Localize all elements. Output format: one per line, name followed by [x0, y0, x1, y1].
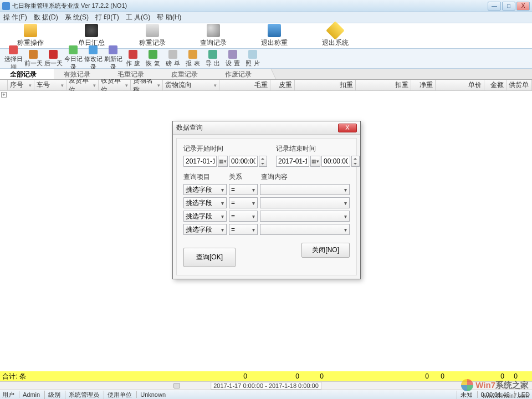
watermark-url: www.Winwin7.com: [483, 393, 529, 399]
tab-gross[interactable]: 毛重记录: [108, 69, 161, 79]
search-icon: [207, 24, 220, 37]
rel-select-4[interactable]: =: [229, 224, 258, 235]
col-13[interactable]: 供货单: [507, 80, 532, 90]
expand-all-icon[interactable]: +: [1, 92, 7, 98]
col-expand[interactable]: [0, 80, 8, 90]
col-1[interactable]: 车号▾: [34, 80, 66, 90]
rel-select-1[interactable]: =: [229, 184, 258, 195]
end-time-spinner[interactable]: [351, 156, 360, 167]
st-restore[interactable]: 恢 复: [143, 50, 163, 68]
rel-select-3[interactable]: =: [229, 211, 258, 222]
menu-operate[interactable]: 操 作(F): [3, 13, 27, 22]
col-12[interactable]: 金额: [484, 80, 507, 90]
menu-system[interactable]: 系 统(S): [65, 13, 89, 22]
st-report[interactable]: 报 表: [183, 50, 203, 68]
start-date-picker-icon[interactable]: ▦▾: [218, 156, 228, 167]
status-bar: 用户 Admin 级别 系统管理员 使用单位 Unknown 未知 0:00:0…: [0, 390, 532, 399]
rel-select-2[interactable]: =: [229, 197, 258, 208]
end-date-input[interactable]: [276, 156, 309, 167]
col-3[interactable]: 收货单位▾: [99, 80, 131, 90]
col-5[interactable]: 货物流向▾: [163, 80, 219, 90]
totals-label: 合计: 条: [2, 372, 27, 381]
edit-icon: [89, 45, 98, 54]
st-edit[interactable]: 修改记录: [83, 45, 103, 71]
content-select-2[interactable]: [260, 197, 350, 208]
windows-logo-icon: [461, 379, 473, 391]
menu-help[interactable]: 帮 助(H): [157, 13, 181, 22]
st-prevday[interactable]: 前一天: [23, 50, 43, 68]
col-10[interactable]: 净重: [411, 80, 436, 90]
close-no-button[interactable]: 关闭[NO]: [301, 243, 350, 258]
totals-row: 合计: 条 0 0 0 0 0 0 0: [0, 371, 532, 381]
dialog-close-button[interactable]: X: [338, 124, 357, 132]
tb-weigh[interactable]: 称重操作: [0, 24, 61, 48]
start-time-label: 记录开始时间: [183, 144, 267, 154]
col-4[interactable]: 货物名称▾: [131, 80, 163, 90]
tab-tare[interactable]: 皮重记录: [161, 69, 215, 79]
menu-print[interactable]: 打 印(T): [95, 13, 119, 22]
tb-exit-weigh[interactable]: 退出称重: [244, 24, 305, 48]
report-icon: [188, 50, 197, 59]
st-void[interactable]: 作 废: [123, 50, 143, 68]
prev-icon: [29, 50, 38, 59]
field-select-2[interactable]: 挑选字段: [183, 197, 227, 208]
field-select-4[interactable]: 挑选字段: [183, 224, 227, 235]
tab-all[interactable]: 全部记录: [0, 69, 54, 79]
field-select-3[interactable]: 挑选字段: [183, 211, 227, 222]
col-0[interactable]: 序号▾: [8, 80, 34, 90]
menu-tools[interactable]: 工 具(G): [126, 13, 151, 22]
menu-bar: 操 作(F) 数 据(D) 系 统(S) 打 印(T) 工 具(G) 帮 助(H…: [0, 12, 532, 23]
tb-records[interactable]: 称重记录: [122, 24, 183, 48]
close-button[interactable]: X: [516, 2, 530, 11]
qh-field: 查询项目: [183, 172, 229, 182]
disc-icon: [85, 24, 98, 37]
scroll-track[interactable]: 2017-1-17 0:00:00 - 2017-1-18 0:00:00: [0, 381, 532, 390]
maximize-button[interactable]: □: [502, 2, 515, 11]
content-select-3[interactable]: [260, 211, 350, 222]
minimize-button[interactable]: —: [488, 2, 501, 11]
grid-header: 序号▾车号▾发货单位▾收货单位▾货物名称▾货物流向▾毛重皮重扣重扣重净重单价金额…: [0, 80, 532, 91]
st-nextday[interactable]: 后一天: [43, 50, 63, 68]
window-controls: — □ X: [488, 2, 530, 11]
start-time-spinner[interactable]: [259, 156, 267, 167]
st-today[interactable]: 今日记录: [63, 45, 83, 71]
end-time-input[interactable]: [321, 156, 350, 167]
col-9[interactable]: 扣重: [356, 80, 411, 90]
scroll-thumb[interactable]: [173, 383, 180, 388]
start-date-input[interactable]: [183, 156, 217, 167]
st-pickdate[interactable]: 选择日期: [3, 45, 23, 71]
dialog-body: 记录开始时间 ▦▾ 记录结束时间 ▦▾ 查询项目 关系: [176, 138, 357, 275]
window-title: 七日称重管理系统专业版 Ver 17.2.2 (NO1): [12, 2, 488, 10]
col-11[interactable]: 单价: [436, 80, 484, 90]
tb-query[interactable]: 查询记录: [183, 24, 244, 48]
status-user: Admin: [19, 391, 40, 398]
tab-void[interactable]: 作废记录: [215, 69, 269, 79]
records-icon: [146, 24, 159, 37]
tab-valid[interactable]: 有效记录: [54, 69, 108, 79]
end-date-picker-icon[interactable]: ▦▾: [310, 156, 320, 167]
query-ok-button[interactable]: 查询[OK]: [183, 248, 236, 267]
col-8[interactable]: 扣重: [295, 80, 356, 90]
menu-data[interactable]: 数 据(D): [34, 13, 58, 22]
dialog-header[interactable]: 数据查询 X: [173, 121, 360, 135]
st-refresh[interactable]: 刷新记录: [103, 45, 123, 71]
app-icon: [2, 2, 10, 10]
qh-content: 查询内容: [261, 172, 350, 182]
status-level-label: 级别: [44, 391, 60, 399]
tb-exit-system[interactable]: 退出系统: [305, 24, 366, 48]
col-7[interactable]: 皮重: [270, 80, 295, 90]
end-time-label: 记录结束时间: [276, 144, 360, 154]
col-6[interactable]: 毛重: [219, 80, 270, 90]
st-photo[interactable]: 照 片: [243, 50, 263, 68]
st-settings[interactable]: 设 置: [223, 50, 243, 68]
col-2[interactable]: 发货单位▾: [66, 80, 99, 90]
st-ticket[interactable]: 磅 单: [163, 50, 183, 68]
tb-daily[interactable]: 单日汇总: [61, 24, 122, 48]
ticket-icon: [168, 50, 177, 59]
field-select-1[interactable]: 挑选字段: [183, 184, 227, 195]
void-icon: [129, 50, 137, 59]
st-export[interactable]: 导 出: [203, 50, 223, 68]
content-select-4[interactable]: [260, 224, 350, 235]
start-time-input[interactable]: [229, 156, 258, 167]
content-select-1[interactable]: [260, 184, 350, 195]
